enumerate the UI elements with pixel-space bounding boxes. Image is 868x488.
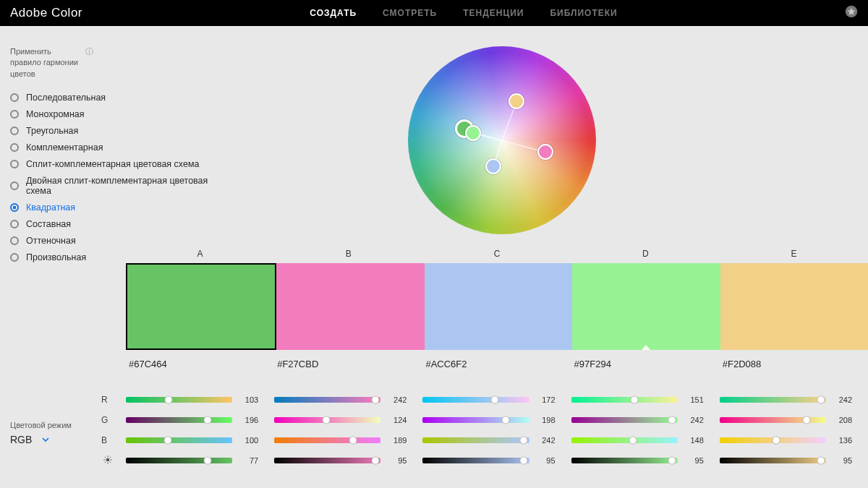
hex-value[interactable]: #F27CBD xyxy=(274,359,422,369)
channel-value[interactable]: 95 xyxy=(685,456,704,465)
slider-thumb[interactable] xyxy=(802,416,810,424)
color-mode-dropdown[interactable]: RGB xyxy=(10,434,72,445)
harmony-rule[interactable]: Составная xyxy=(10,219,234,229)
harmony-rule[interactable]: Сплит-комплементарная цветовая схема xyxy=(10,159,234,169)
channel-slider[interactable] xyxy=(720,397,826,403)
channel-slider[interactable] xyxy=(720,417,826,423)
channel-slider[interactable] xyxy=(720,437,826,443)
slider-thumb[interactable] xyxy=(163,437,171,445)
hex-value[interactable]: #97F294 xyxy=(571,359,720,369)
slider-cell: 124 xyxy=(274,416,422,424)
channel-value[interactable]: 172 xyxy=(537,395,556,404)
slider-thumb[interactable] xyxy=(520,437,528,445)
slider-thumb[interactable] xyxy=(371,396,379,404)
harmony-rule[interactable]: Треугольная xyxy=(10,126,234,136)
slider-thumb[interactable] xyxy=(629,437,637,445)
harmony-rules-list: ПоследовательнаяМонохромнаяТреугольнаяКо… xyxy=(10,93,234,262)
channel-value[interactable]: 242 xyxy=(537,436,556,445)
channel-value[interactable]: 100 xyxy=(239,436,258,445)
slider-thumb[interactable] xyxy=(630,396,638,404)
harmony-rule[interactable]: Последовательная xyxy=(10,93,234,103)
slider-thumb[interactable] xyxy=(322,416,330,424)
channel-slider[interactable] xyxy=(422,437,529,443)
swatch-D[interactable] xyxy=(572,263,720,350)
channel-slider[interactable] xyxy=(126,397,232,403)
channel-value[interactable]: 95 xyxy=(537,456,556,465)
channel-slider[interactable] xyxy=(126,417,232,423)
wheel-node[interactable] xyxy=(537,144,553,160)
channel-slider[interactable] xyxy=(720,458,826,463)
info-icon[interactable]: ⓘ xyxy=(85,46,93,57)
swatch-E[interactable] xyxy=(720,263,868,350)
slider-thumb[interactable] xyxy=(817,457,825,465)
wheel-node[interactable] xyxy=(465,125,481,141)
channel-value[interactable]: 95 xyxy=(833,456,852,465)
slider-thumb[interactable] xyxy=(520,457,528,465)
slider-thumb[interactable] xyxy=(204,457,212,465)
slider-cell: 95 xyxy=(720,456,868,465)
channel-value[interactable]: 242 xyxy=(388,395,407,404)
color-wheel[interactable] xyxy=(408,46,596,234)
channel-slider[interactable] xyxy=(274,397,380,403)
swatch-C[interactable] xyxy=(425,263,572,350)
hex-value[interactable]: #F2D088 xyxy=(720,359,868,369)
harmony-rule[interactable]: Квадратная xyxy=(10,202,234,213)
wheel-node[interactable] xyxy=(509,93,524,109)
nav-item-3[interactable]: БИБЛИОТЕКИ xyxy=(550,8,617,18)
channel-value[interactable]: 124 xyxy=(388,416,407,424)
harmony-rule[interactable]: Комплементарная xyxy=(10,142,234,153)
slider-thumb[interactable] xyxy=(817,396,825,404)
channel-value[interactable]: 196 xyxy=(239,416,258,424)
channel-slider[interactable] xyxy=(571,397,678,403)
channel-slider[interactable] xyxy=(422,417,529,423)
channel-slider[interactable] xyxy=(274,458,380,463)
channel-value[interactable]: 151 xyxy=(685,395,704,404)
harmony-rule[interactable]: Монохромная xyxy=(10,109,234,119)
channel-slider[interactable] xyxy=(571,437,678,443)
channel-slider[interactable] xyxy=(274,417,380,423)
channel-slider[interactable] xyxy=(274,437,380,443)
channel-value[interactable]: 95 xyxy=(388,456,407,465)
channel-value[interactable]: 189 xyxy=(388,436,407,445)
nav-item-0[interactable]: СОЗДАТЬ xyxy=(310,8,357,18)
channel-slider[interactable] xyxy=(126,437,232,443)
nav-item-2[interactable]: ТЕНДЕНЦИИ xyxy=(463,8,524,18)
slider-thumb[interactable] xyxy=(204,416,212,424)
channel-row-B: B100189242148136 xyxy=(97,431,868,450)
channel-value[interactable]: 242 xyxy=(833,395,852,404)
channel-slider[interactable] xyxy=(422,458,529,463)
slider-thumb[interactable] xyxy=(165,396,173,404)
swatch-B[interactable] xyxy=(276,263,424,350)
harmony-rule-label: Произвольная xyxy=(26,252,86,262)
swatch-A[interactable] xyxy=(126,263,276,350)
save-star-icon[interactable] xyxy=(845,5,858,21)
channel-value[interactable]: 136 xyxy=(833,436,852,445)
harmony-rule-label: Двойная сплит-комплементарная цветовая с… xyxy=(26,176,234,196)
slider-thumb[interactable] xyxy=(349,437,357,445)
slider-thumb[interactable] xyxy=(773,437,780,445)
slider-thumb[interactable] xyxy=(668,416,676,424)
channel-slider[interactable] xyxy=(571,417,678,423)
slider-thumb[interactable] xyxy=(668,457,676,465)
channel-slider[interactable] xyxy=(126,458,232,463)
wheel-node[interactable] xyxy=(485,158,501,174)
channel-value[interactable]: 208 xyxy=(833,416,852,424)
harmony-rule[interactable]: Оттеночная xyxy=(10,236,234,246)
slider-cell: 148 xyxy=(571,436,720,445)
harmony-rule-label: Монохромная xyxy=(26,109,85,119)
nav-item-1[interactable]: СМОТРЕТЬ xyxy=(383,8,437,18)
channel-value[interactable]: 103 xyxy=(239,395,258,404)
hex-value[interactable]: #67C464 xyxy=(126,359,274,369)
channel-slider[interactable] xyxy=(422,397,529,403)
channel-slider[interactable] xyxy=(571,458,678,463)
channel-value[interactable]: 242 xyxy=(685,416,704,424)
svg-line-7 xyxy=(110,461,111,463)
channel-value[interactable]: 198 xyxy=(537,416,556,424)
channel-value[interactable]: 77 xyxy=(239,456,258,465)
slider-thumb[interactable] xyxy=(372,457,380,465)
harmony-rule[interactable]: Двойная сплит-комплементарная цветовая с… xyxy=(10,176,234,196)
hex-value[interactable]: #ACC6F2 xyxy=(422,359,571,369)
channel-value[interactable]: 148 xyxy=(685,436,704,445)
slider-thumb[interactable] xyxy=(490,396,498,404)
slider-thumb[interactable] xyxy=(501,416,509,424)
